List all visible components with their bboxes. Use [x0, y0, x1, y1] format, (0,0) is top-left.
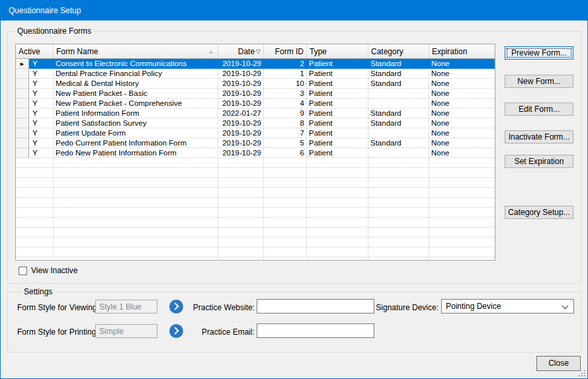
cell-expiration[interactable]: None [429, 118, 495, 128]
cell-active[interactable]: Y [29, 99, 54, 108]
category-setup-button[interactable]: Category Setup... [505, 206, 573, 219]
row-selector[interactable]: ▶ [16, 59, 29, 69]
table-row[interactable]: ▶YConsent to Electronic Communications20… [16, 59, 495, 69]
cell-expiration[interactable]: None [429, 99, 495, 108]
cell-category[interactable] [368, 89, 429, 99]
cell-type[interactable]: Patient [307, 108, 368, 118]
cell-expiration[interactable]: None [429, 59, 495, 69]
cell-category[interactable] [368, 99, 429, 108]
table-row[interactable]: YPedo New Patient Information Form2019-1… [16, 148, 495, 158]
cell-active[interactable]: Y [29, 108, 54, 118]
cell-active[interactable]: Y [29, 59, 54, 69]
cell-expiration[interactable]: None [429, 79, 495, 89]
cell-type[interactable]: Patient [307, 128, 368, 138]
new-form-button[interactable]: New Form... [505, 75, 573, 88]
title-bar[interactable]: Questionnaire Setup [1, 1, 587, 21]
cell-form-name[interactable]: Patient Update Form [54, 128, 218, 138]
table-row[interactable]: YNew Patient Packet - Comprehensive2019-… [16, 99, 495, 108]
cell-active[interactable]: Y [29, 79, 54, 89]
row-selector[interactable] [16, 118, 29, 128]
inactivate-form-button[interactable]: Inactivate Form... [505, 130, 573, 144]
cell-active[interactable]: Y [29, 69, 54, 79]
cell-expiration[interactable]: None [429, 138, 495, 148]
cell-active[interactable]: Y [29, 148, 54, 158]
cell-date[interactable]: 2019-10-29 [218, 118, 264, 128]
close-button[interactable]: Close [536, 356, 581, 371]
viewing-style-go-button[interactable] [169, 300, 183, 314]
table-row[interactable]: YMedical & Dental History2019-10-2910Pat… [16, 79, 495, 89]
cell-form-id[interactable]: 4 [264, 99, 307, 108]
table-row[interactable]: YPatient Information Form2022-01-279Pati… [16, 108, 495, 118]
cell-form-name[interactable]: Medical & Dental History [54, 79, 218, 89]
cell-form-id[interactable]: 1 [264, 69, 307, 79]
cell-date[interactable]: 2022-01-27 [218, 108, 264, 118]
cell-category[interactable]: Standard [368, 69, 429, 79]
cell-type[interactable]: Patient [307, 99, 368, 108]
cell-category[interactable] [368, 148, 429, 158]
row-selector[interactable] [16, 79, 29, 89]
cell-type[interactable]: Patient [307, 69, 368, 79]
cell-form-id[interactable]: 7 [264, 128, 307, 138]
cell-date[interactable]: 2019-10-29 [218, 128, 264, 138]
forms-table[interactable]: Active Form Name Date▽ Form ID Type Cate… [15, 44, 495, 261]
cell-category[interactable] [368, 128, 429, 138]
column-header-expiration[interactable]: Expiration [429, 44, 495, 58]
cell-category[interactable]: Standard [368, 138, 429, 148]
row-selector[interactable] [16, 108, 29, 118]
column-header-category[interactable]: Category [368, 44, 429, 58]
cell-active[interactable]: Y [29, 138, 54, 148]
table-row[interactable]: YDental Practice Financial Policy2019-10… [16, 69, 495, 79]
cell-date[interactable]: 2019-10-29 [218, 69, 264, 79]
column-header-active[interactable]: Active [16, 44, 54, 58]
cell-expiration[interactable]: None [429, 69, 495, 79]
edit-form-button[interactable]: Edit Form... [505, 103, 573, 116]
cell-form-name[interactable]: Dental Practice Financial Policy [54, 69, 218, 79]
cell-type[interactable]: Patient [307, 118, 368, 128]
cell-expiration[interactable]: None [429, 128, 495, 138]
practice-website-input[interactable] [257, 299, 374, 314]
table-row[interactable]: YPedo Current Patient Information Form20… [16, 138, 495, 148]
cell-active[interactable]: Y [29, 118, 54, 128]
cell-type[interactable]: Patient [307, 89, 368, 99]
cell-form-name[interactable]: Consent to Electronic Communications [54, 59, 218, 69]
cell-active[interactable]: Y [29, 89, 54, 99]
cell-date[interactable]: 2019-10-29 [218, 59, 264, 69]
set-expiration-button[interactable]: Set Expiration [505, 155, 573, 168]
cell-date[interactable]: 2019-10-29 [218, 89, 264, 99]
preview-form-button[interactable]: Preview Form... [505, 46, 573, 60]
cell-form-id[interactable]: 3 [264, 89, 307, 99]
column-header-form-name[interactable]: Form Name [54, 44, 218, 58]
row-selector[interactable] [16, 99, 29, 108]
view-inactive-checkbox[interactable] [19, 267, 27, 275]
cell-expiration[interactable]: None [429, 89, 495, 99]
cell-active[interactable]: Y [29, 128, 54, 138]
row-selector[interactable] [16, 89, 29, 99]
cell-date[interactable]: 2019-10-29 [218, 138, 264, 148]
column-header-type[interactable]: Type [307, 44, 368, 58]
cell-type[interactable]: Patient [307, 79, 368, 89]
cell-form-name[interactable]: Patient Information Form [54, 108, 218, 118]
table-row[interactable]: YPatient Update Form2019-10-297PatientNo… [16, 128, 495, 138]
cell-category[interactable]: Standard [368, 118, 429, 128]
table-row[interactable]: YPatient Satisfaction Survey2019-10-298P… [16, 118, 495, 128]
cell-form-id[interactable]: 6 [264, 148, 307, 158]
cell-date[interactable]: 2019-10-29 [218, 79, 264, 89]
cell-expiration[interactable]: None [429, 108, 495, 118]
cell-type[interactable]: Patient [307, 59, 368, 69]
table-row[interactable]: YNew Patient Packet - Basic2019-10-293Pa… [16, 89, 495, 99]
cell-type[interactable]: Patient [307, 148, 368, 158]
cell-form-name[interactable]: Patient Satisfaction Survey [54, 118, 218, 128]
cell-form-id[interactable]: 5 [264, 138, 307, 148]
cell-form-id[interactable]: 2 [264, 59, 307, 69]
cell-category[interactable]: Standard [368, 79, 429, 89]
cell-form-name[interactable]: Pedo Current Patient Information Form [54, 138, 218, 148]
printing-style-go-button[interactable] [169, 324, 183, 338]
signature-device-dropdown[interactable]: Pointing Device [441, 299, 574, 314]
cell-date[interactable]: 2019-10-29 [218, 148, 264, 158]
cell-form-id[interactable]: 9 [264, 108, 307, 118]
column-header-form-id[interactable]: Form ID [264, 44, 307, 58]
cell-form-name[interactable]: New Patient Packet - Basic [54, 89, 218, 99]
cell-form-id[interactable]: 10 [264, 79, 307, 89]
resize-grip-icon[interactable] [578, 369, 585, 376]
practice-email-input[interactable] [257, 323, 374, 338]
